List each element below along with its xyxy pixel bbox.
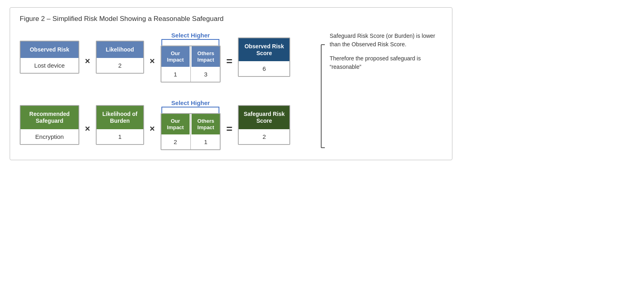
multiply-operator-2: × bbox=[148, 56, 157, 66]
observed-risk-box: Observed Risk Lost device bbox=[20, 41, 79, 74]
select-higher-block-2: Select Higher Our Impact 2 Others Impact… bbox=[161, 99, 221, 150]
likelihood-header: Likelihood bbox=[97, 41, 143, 58]
observed-risk-value: Lost device bbox=[21, 58, 78, 73]
observed-risk-score-header: Observed Risk Score bbox=[239, 38, 289, 62]
recommended-safeguard-header: Recommended Safeguard bbox=[21, 106, 78, 129]
others-impact-header-1: Others Impact bbox=[192, 46, 220, 67]
our-impact-header-1: Our Impact bbox=[161, 46, 190, 67]
row1-formula: Observed Risk Lost device × Likelihood 2… bbox=[20, 32, 310, 83]
multiply-operator-1: × bbox=[83, 56, 92, 66]
others-impact-box-2: Others Impact 1 bbox=[192, 114, 220, 149]
figure-title: Figure 2 – Simplified Risk Model Showing… bbox=[20, 15, 442, 23]
observed-risk-header: Observed Risk bbox=[21, 41, 78, 58]
impact-divider-2 bbox=[190, 114, 191, 149]
others-impact-box-1: Others Impact 3 bbox=[192, 46, 220, 82]
others-impact-value-1: 3 bbox=[192, 67, 220, 82]
likelihood-burden-value: 1 bbox=[97, 129, 143, 144]
row2-block: Recommended Safeguard Encryption × Likel… bbox=[20, 99, 310, 150]
others-impact-header-2: Others Impact bbox=[192, 114, 220, 134]
figure-container: Figure 2 – Simplified Risk Model Showing… bbox=[10, 7, 452, 160]
observed-risk-score-box: Observed Risk Score 6 bbox=[238, 37, 290, 77]
recommended-safeguard-value: Encryption bbox=[21, 129, 78, 144]
equals-operator-2: = bbox=[225, 123, 234, 135]
our-impact-value-2: 2 bbox=[161, 134, 190, 149]
multiply-operator-4: × bbox=[148, 124, 157, 134]
bracket-2 bbox=[161, 107, 219, 113]
safeguard-risk-score-box: Safeguard Risk Score 2 bbox=[238, 105, 290, 145]
observed-risk-score-value: 6 bbox=[239, 61, 289, 76]
likelihood-burden-box: Likelihood of Burden 1 bbox=[96, 105, 144, 145]
annotation-para2: Therefore the proposed safeguard is “rea… bbox=[330, 54, 442, 71]
select-higher-label-2: Select Higher bbox=[171, 99, 210, 106]
our-impact-box-1: Our Impact 1 bbox=[161, 46, 190, 82]
our-impact-value-1: 1 bbox=[161, 67, 190, 82]
select-higher-block-1: Select Higher Our Impact 1 Others Impact… bbox=[161, 32, 221, 83]
equals-operator-1: = bbox=[225, 55, 234, 68]
safeguard-risk-score-value: 2 bbox=[239, 129, 289, 144]
diagram-area: Observed Risk Lost device × Likelihood 2… bbox=[20, 32, 442, 150]
likelihood-value: 2 bbox=[97, 58, 143, 73]
row1-block: Observed Risk Lost device × Likelihood 2… bbox=[20, 32, 310, 83]
row-spacer bbox=[20, 87, 310, 95]
select-higher-label-1: Select Higher bbox=[171, 32, 210, 39]
row2-formula: Recommended Safeguard Encryption × Likel… bbox=[20, 99, 310, 150]
safeguard-risk-score-header: Safeguard Risk Score bbox=[239, 106, 289, 129]
our-impact-box-2: Our Impact 2 bbox=[161, 114, 190, 149]
others-impact-value-2: 1 bbox=[192, 134, 220, 149]
multiply-operator-3: × bbox=[83, 124, 92, 134]
rows-area: Observed Risk Lost device × Likelihood 2… bbox=[20, 32, 310, 150]
impact-divider-1 bbox=[190, 46, 191, 82]
impact-pair-2: Our Impact 2 Others Impact 1 bbox=[161, 113, 221, 150]
annotation-area: Safeguard Risk Score (or Burden) is lowe… bbox=[317, 32, 442, 149]
impact-pair-1: Our Impact 1 Others Impact 3 bbox=[161, 45, 221, 83]
annotation-para1: Safeguard Risk Score (or Burden) is lowe… bbox=[330, 32, 442, 49]
our-impact-header-2: Our Impact bbox=[161, 114, 190, 134]
recommended-safeguard-box: Recommended Safeguard Encryption bbox=[20, 105, 79, 145]
annotation-text: Safeguard Risk Score (or Burden) is lowe… bbox=[330, 32, 442, 77]
right-bracket-svg bbox=[317, 44, 326, 149]
bracket-1 bbox=[161, 39, 219, 45]
likelihood-burden-header: Likelihood of Burden bbox=[97, 106, 143, 129]
likelihood-box: Likelihood 2 bbox=[96, 41, 144, 74]
